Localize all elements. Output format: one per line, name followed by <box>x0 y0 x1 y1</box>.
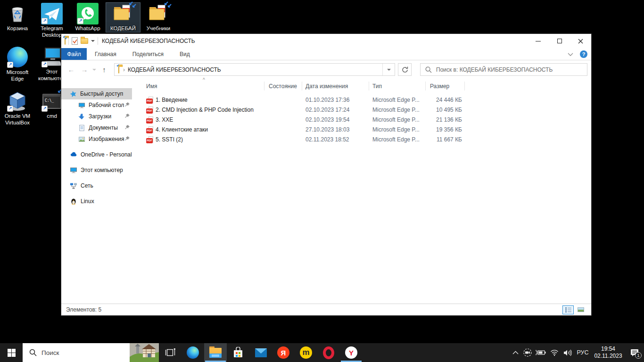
computer-icon <box>70 166 77 174</box>
breadcrumb[interactable]: КОДЕБАЙ КИБЕРБЕЗОПАСНОСТЬ <box>128 66 221 73</box>
tab-home[interactable]: Главная <box>87 48 124 60</box>
recycle-bin-icon <box>7 3 28 25</box>
file-row[interactable]: PDF 1. Введение 01.10.2023 17:36 Microso… <box>137 95 476 105</box>
sidebar-item-desktop[interactable]: Рабочий стол <box>61 99 132 111</box>
desktop-icon-virtualbox[interactable]: ↗ Oracle VM VirtualBox <box>0 90 34 126</box>
search-input[interactable]: Поиск в: КОДЕБАЙ КИБЕРБЕЗОПАСНОСТЬ <box>420 63 587 76</box>
customize-qat-caret-icon[interactable] <box>91 40 95 42</box>
sidebar-item-downloads[interactable]: Загрузки <box>61 111 132 122</box>
sidebar-item-pictures[interactable]: Изображения <box>61 133 132 145</box>
shortcut-arrow-icon: ↗ <box>41 18 48 24</box>
close-button[interactable] <box>570 34 591 48</box>
help-button[interactable]: ? <box>580 50 587 58</box>
file-row[interactable]: PDF 4. Клиентские атаки 27.10.2023 18:03… <box>137 125 476 135</box>
navigation-pane: Быстрый доступ Рабочий стол Загрузки <box>61 79 137 304</box>
pdf-folder-icon: PDF <box>112 3 134 25</box>
new-folder-button[interactable] <box>81 38 88 44</box>
column-header-status[interactable]: Состояние <box>269 83 297 90</box>
taskbar-mail-button[interactable] <box>249 343 272 362</box>
taskbar-yandex-browser-button[interactable]: Y <box>340 343 363 362</box>
file-explorer-icon <box>209 348 222 358</box>
address-dropdown-button[interactable] <box>382 64 395 75</box>
minimize-icon <box>536 41 541 41</box>
sort-ascending-icon[interactable]: ^ <box>203 77 205 82</box>
ribbon-tabs: Файл Главная Поделиться Вид ? <box>61 48 591 60</box>
file-row[interactable]: PDF 3. XXE 02.10.2023 19:54 Microsoft Ed… <box>137 115 476 125</box>
taskbar-search-input[interactable]: Поиск <box>23 343 159 362</box>
tray-volume-button[interactable] <box>561 343 574 362</box>
tab-view[interactable]: Вид <box>172 48 198 60</box>
start-button[interactable] <box>0 343 23 362</box>
computer-icon: ↗ <box>41 46 63 68</box>
address-row: ← → ↑ › КОДЕБАЙ КИБЕРБЕЗОПАСНОСТЬ <box>61 60 591 79</box>
windows-logo-icon <box>8 349 16 357</box>
breadcrumb-chevron-icon: › <box>123 66 125 73</box>
expand-ribbon-icon[interactable] <box>568 53 573 56</box>
file-row[interactable]: PDF 5. SSTI (2) 02.11.2023 18:52 Microso… <box>137 135 476 145</box>
column-header-name[interactable]: Имя <box>146 83 157 90</box>
notification-center-button[interactable]: 1 <box>625 343 644 362</box>
taskbar-edge-button[interactable] <box>182 343 204 362</box>
taskbar-opera-button[interactable] <box>317 343 340 362</box>
pin-icon <box>124 136 130 141</box>
taskbar-store-button[interactable] <box>227 343 249 362</box>
properties-button[interactable] <box>72 37 78 45</box>
tray-battery-button[interactable] <box>534 343 548 362</box>
desktop-icon-recycle-bin[interactable]: Корзина <box>0 3 34 32</box>
sidebar-item-documents[interactable]: Документы <box>61 122 132 133</box>
explorer-main: Быстрый доступ Рабочий стол Загрузки <box>61 79 591 304</box>
file-row[interactable]: PDF 2. CMD Injection & PHP Code Injectio… <box>137 105 476 115</box>
pdf-file-icon: PDF <box>146 126 153 133</box>
desktop-icon-label: WhatsApp <box>71 25 105 32</box>
sidebar-item-quick-access[interactable]: Быстрый доступ <box>61 88 132 99</box>
up-button[interactable]: ↑ <box>99 66 109 74</box>
desktop-icon-telegram[interactable]: ↗ Telegram Desktop <box>35 3 69 39</box>
tray-language-indicator[interactable]: РУС <box>574 343 591 362</box>
address-bar[interactable]: › КОДЕБАЙ КИБЕРБЕЗОПАСНОСТЬ <box>114 63 395 76</box>
wifi-icon <box>550 349 559 356</box>
taskbar-yandex-button[interactable]: Я <box>272 343 295 362</box>
column-header-date[interactable]: Дата изменения <box>305 83 348 90</box>
tray-wifi-button[interactable] <box>548 343 561 362</box>
compressed-arrows-icon <box>128 1 137 10</box>
sidebar-item-linux[interactable]: Linux <box>61 196 132 207</box>
pdf-file-icon: PDF <box>146 136 153 143</box>
column-header-type[interactable]: Тип <box>372 83 382 90</box>
minimize-button[interactable] <box>528 34 549 48</box>
sidebar-item-onedrive[interactable]: OneDrive - Personal <box>61 149 132 160</box>
document-icon <box>78 124 85 132</box>
tray-chevron-button[interactable] <box>510 343 521 362</box>
desktop-icon-kodebay[interactable]: PDF КОДЕБАЙ <box>106 3 140 32</box>
whatsapp-icon: ↗ <box>77 3 99 25</box>
desktop-icon-label: Microsoft Edge <box>0 69 34 82</box>
pin-icon <box>124 124 130 130</box>
tray-clock[interactable]: 19:54 02.11.2023 <box>591 343 625 362</box>
yandex-icon: Я <box>277 346 289 359</box>
taskbar-explorer-button[interactable] <box>204 343 227 362</box>
search-highlight-image[interactable] <box>130 343 159 362</box>
details-view-button[interactable] <box>562 305 574 314</box>
maximize-button[interactable] <box>549 34 570 48</box>
file-list: ^ Имя Состояние Дата изменения Тип Разме… <box>137 79 591 304</box>
sidebar-item-this-pc[interactable]: Этот компьютер <box>61 165 132 176</box>
separator <box>68 37 69 45</box>
desktop-icon-whatsapp[interactable]: ↗ WhatsApp <box>71 3 105 32</box>
task-view-button[interactable] <box>159 343 182 362</box>
taskbar-amigo-button[interactable]: m <box>295 343 317 362</box>
tray-meet-now-button[interactable] <box>521 343 534 362</box>
column-header-size[interactable]: Размер <box>430 83 449 90</box>
recent-locations-caret-icon[interactable] <box>92 69 96 71</box>
desktop-icon-uchebniki[interactable]: PDF Учебники <box>141 3 175 32</box>
battery-charging-icon <box>535 349 546 356</box>
desktop-icon <box>78 102 85 109</box>
refresh-button[interactable] <box>398 63 412 76</box>
sidebar-item-network[interactable]: Сеть <box>61 180 132 191</box>
search-placeholder: Поиск <box>41 349 59 356</box>
back-button[interactable]: ← <box>66 66 76 74</box>
tab-share[interactable]: Поделиться <box>124 48 172 60</box>
tab-file[interactable]: Файл <box>61 48 87 60</box>
thumbnail-view-button[interactable] <box>575 305 586 314</box>
forward-button[interactable]: → <box>79 66 90 74</box>
opera-icon <box>323 346 334 359</box>
desktop-icon-edge[interactable]: ↗ Microsoft Edge <box>0 46 34 82</box>
